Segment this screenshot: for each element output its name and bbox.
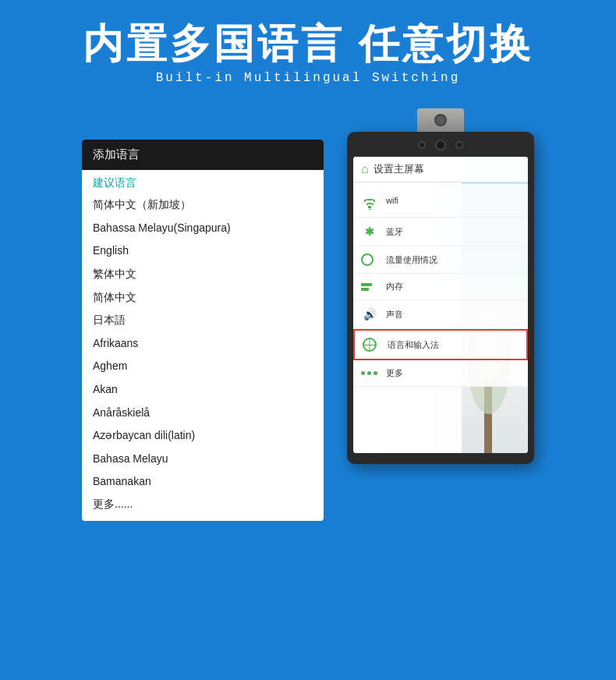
list-item[interactable]: Bahassa Melayu(Singapura): [93, 217, 313, 240]
menu-item-wifi[interactable]: wifi: [353, 184, 528, 218]
device-screen: ⌂ 设置主屏幕: [353, 157, 528, 453]
content-area: 添加语言 建议语言 简体中文（新加坡） Bahassa Melayu(Singa…: [0, 101, 616, 521]
list-item[interactable]: 繁体中文: [93, 263, 313, 286]
menu-label-more: 更多: [386, 367, 403, 379]
device-bracket: [417, 108, 464, 132]
menu-label-data: 流量使用情况: [386, 254, 437, 266]
sound-icon: 🔊: [361, 307, 378, 321]
language-more[interactable]: 更多......: [93, 494, 313, 521]
camera-row: [353, 140, 528, 151]
menu-item-more[interactable]: 更多: [353, 360, 528, 387]
list-item[interactable]: Azərbaycan dili(latin): [93, 424, 313, 448]
menu-item-memory[interactable]: 内存: [353, 274, 528, 300]
home-icon: ⌂: [361, 162, 369, 176]
list-item[interactable]: English: [93, 239, 313, 263]
menu-label-bluetooth: 蓝牙: [386, 226, 403, 238]
menu-item-bluetooth[interactable]: ✱ 蓝牙: [353, 218, 528, 246]
list-item[interactable]: 简体中文（新加坡）: [93, 193, 313, 217]
main-title: 内置多国语言 任意切换: [16, 22, 600, 66]
list-item[interactable]: Bamanakan: [93, 470, 313, 494]
menu-item-sound[interactable]: 🔊 声音: [353, 300, 528, 329]
screen-menu: wifi ✱ 蓝牙 流量使用情况: [353, 182, 528, 388]
wifi-icon: [361, 191, 378, 210]
list-item[interactable]: 日本語: [93, 309, 313, 332]
menu-label-language: 语言和输入法: [388, 339, 439, 351]
globe-icon: [363, 338, 380, 352]
list-item[interactable]: 简体中文: [93, 286, 313, 310]
menu-label-sound: 声音: [386, 309, 403, 321]
list-item[interactable]: Anåråskielå: [93, 402, 313, 425]
menu-label-wifi: wifi: [386, 196, 398, 205]
header-section: 内置多国语言 任意切换 Built-in Multilingual Switch…: [0, 0, 616, 101]
suggested-label: 建议语言: [82, 170, 324, 193]
sub-title: Built-in Multilingual Switching: [16, 71, 600, 85]
screen-header: ⌂ 设置主屏幕: [353, 157, 528, 182]
memory-icon: [361, 283, 378, 291]
list-item[interactable]: Akan: [93, 378, 313, 402]
camera-main: [435, 140, 446, 151]
menu-item-data[interactable]: 流量使用情况: [353, 246, 528, 274]
language-panel: 添加语言 建议语言 简体中文（新加坡） Bahassa Melayu(Singa…: [82, 140, 324, 521]
screen-title: 设置主屏幕: [373, 162, 424, 176]
camera-small: [455, 141, 463, 149]
list-item[interactable]: Afrikaans: [93, 332, 313, 356]
device-body: ⌂ 设置主屏幕: [347, 132, 534, 464]
menu-item-language[interactable]: 语言和输入法: [353, 329, 528, 360]
language-list: 简体中文（新加坡） Bahassa Melayu(Singapura) Engl…: [82, 193, 324, 521]
list-item[interactable]: Bahasa Melayu: [93, 448, 313, 471]
list-item[interactable]: Aghem: [93, 355, 313, 378]
language-panel-header: 添加语言: [82, 140, 324, 170]
bluetooth-icon: ✱: [361, 225, 378, 239]
data-icon: [361, 253, 378, 266]
camera-small: [418, 141, 426, 149]
device-wrapper: ⌂ 设置主屏幕: [347, 108, 534, 464]
more-icon: [361, 371, 378, 375]
menu-label-memory: 内存: [386, 281, 403, 292]
